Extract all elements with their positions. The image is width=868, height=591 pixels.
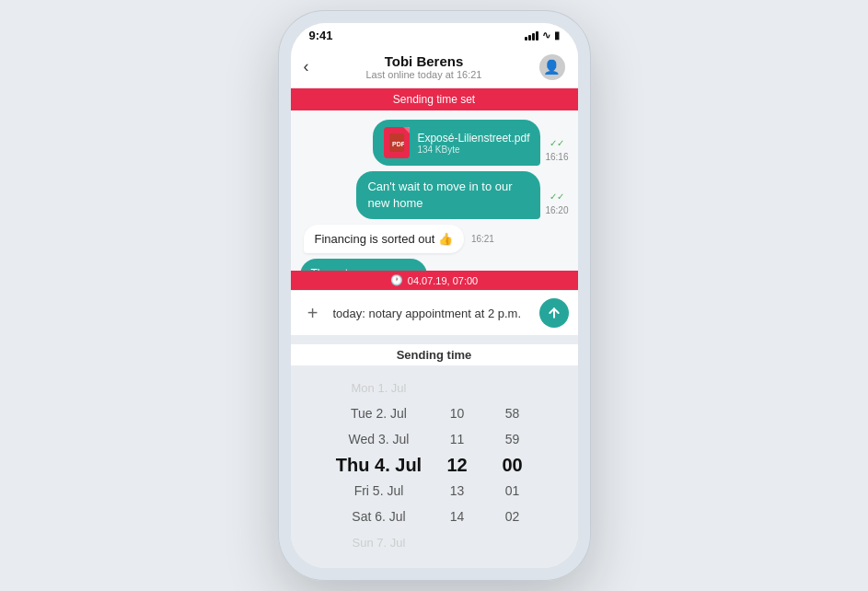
attachment-button[interactable]: +	[300, 300, 326, 326]
msg-meta-1: ✓✓ 16:20	[545, 191, 568, 219]
message-row-file: ✓✓ 16:16 PDF Exposé-Lilienstreet.pdf 134…	[300, 120, 569, 166]
notary-text: The notary appointment is thursday at 2 …	[311, 267, 402, 271]
msg-time-tick: ✓✓ 16:16	[545, 138, 568, 166]
financing-text: Financing is sorted out 👍	[315, 232, 453, 246]
picker-date-4[interactable]: Fri 5. Jul	[329, 478, 430, 504]
status-time: 9:41	[309, 29, 333, 42]
file-icon: PDF	[384, 127, 410, 158]
picker-min-2[interactable]: 00	[485, 452, 540, 478]
back-button[interactable]: ‹	[304, 57, 309, 76]
file-size: 134 KByte	[417, 145, 529, 155]
picker-date-6[interactable]: Sun 7. Jul	[329, 529, 430, 555]
picker-min-1[interactable]: 59	[485, 426, 540, 452]
file-bubble: PDF Exposé-Lilienstreet.pdf 134 KByte	[373, 120, 540, 166]
msg-time-1: 16:20	[545, 205, 568, 215]
picker-date-2[interactable]: Wed 3. Jul	[329, 426, 430, 452]
picker-hour-0[interactable]: 10	[430, 400, 485, 426]
financing-row: Financing is sorted out 👍 16:21	[300, 225, 569, 253]
chat-header: ‹ Tobi Berens Last online today at 16:21…	[291, 46, 578, 88]
contact-avatar[interactable]: 👤	[539, 54, 565, 80]
message-input[interactable]	[333, 307, 532, 320]
file-name: Exposé-Lilienstreet.pdf	[417, 132, 529, 145]
msg-tick-1: ✓✓	[550, 191, 564, 202]
notary-row: ✓✓ 16:21 ✕	[300, 259, 569, 271]
phone-frame: 9:41 ∿ ▮ ‹ Tobi Berens Last online today…	[278, 10, 591, 581]
file-details: Exposé-Lilienstreet.pdf 134 KByte	[417, 132, 529, 155]
picker-hour-4[interactable]: 14	[430, 504, 485, 529]
wifi-icon: ∿	[542, 29, 550, 41]
signal-icon	[525, 31, 538, 41]
picker-hour-3[interactable]: 13	[430, 478, 485, 504]
chat-area: ✓✓ 16:16 PDF Exposé-Lilienstreet.pdf 134…	[291, 110, 578, 271]
picker-date-1[interactable]: Tue 2. Jul	[329, 400, 430, 426]
msg-time: 16:16	[545, 152, 568, 162]
picker-min-4[interactable]: 02	[485, 504, 540, 529]
picker-columns[interactable]: Mon 1. Jul Tue 2. Jul Wed 3. Jul Thu 4. …	[291, 375, 578, 555]
header-info: Tobi Berens Last online today at 16:21	[318, 53, 530, 80]
scheduled-icon: 🕐	[390, 274, 403, 286]
scheduled-datetime: 04.07.19, 07:00	[408, 275, 478, 286]
send-button[interactable]	[539, 298, 569, 328]
picker-hour-1[interactable]: 11	[430, 426, 485, 452]
status-bar: 9:41 ∿ ▮	[291, 23, 578, 46]
date-picker-panel: Sending time Mon 1. Jul Tue 2. Jul Wed 3…	[291, 335, 578, 568]
contact-status: Last online today at 16:21	[318, 69, 530, 80]
scheduled-bar: 🕐 04.07.19, 07:00	[291, 271, 578, 290]
status-icons: ∿ ▮	[525, 29, 560, 41]
input-area: +	[291, 290, 578, 335]
picker-date-3[interactable]: Thu 4. Jul	[329, 452, 430, 478]
picker-date-0[interactable]: Mon 1. Jul	[329, 375, 430, 400]
sending-time-label: Sending time	[291, 344, 578, 365]
notary-bubble: The notary appointment is thursday at 2 …	[300, 259, 428, 271]
sending-time-banner: Sending time set	[291, 88, 578, 110]
bubble-text-1: Can't wait to move in to our new home	[367, 180, 512, 210]
picker-hour-2[interactable]: 12	[430, 452, 485, 478]
financing-time: 16:21	[471, 234, 494, 244]
phone-screen: 9:41 ∿ ▮ ‹ Tobi Berens Last online today…	[291, 23, 578, 568]
message-row-sent-1: ✓✓ 16:20 Can't wait to move in to our ne…	[300, 171, 569, 219]
picker-min-0[interactable]: 58	[485, 400, 540, 426]
battery-icon: ▮	[554, 29, 560, 41]
contact-name: Tobi Berens	[318, 53, 530, 69]
picker-date-5[interactable]: Sat 6. Jul	[329, 504, 430, 529]
financing-bubble: Financing is sorted out 👍	[304, 225, 464, 253]
picker-min-3[interactable]: 01	[485, 478, 540, 504]
msg-tick: ✓✓	[550, 138, 564, 148]
hour-column[interactable]: 10 11 12 13 14	[430, 400, 485, 529]
bubble-sent-1: Can't wait to move in to our new home	[356, 171, 540, 219]
minute-column[interactable]: 58 59 00 01 02	[485, 400, 540, 529]
date-column[interactable]: Mon 1. Jul Tue 2. Jul Wed 3. Jul Thu 4. …	[329, 375, 430, 555]
svg-text:PDF: PDF	[392, 141, 404, 147]
